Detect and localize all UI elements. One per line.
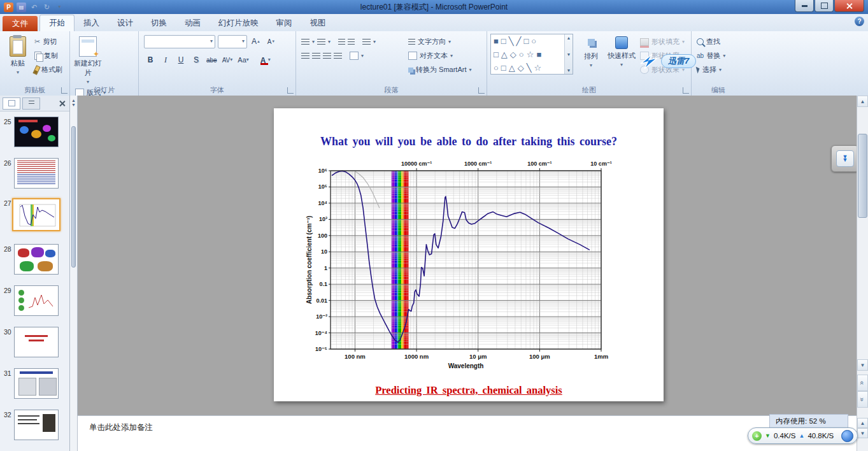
tab-review[interactable]: 审阅 [267,15,301,31]
powerpoint-app-icon[interactable]: P [4,3,13,12]
close-button[interactable] [834,0,864,12]
tab-insert[interactable]: 插入 [75,15,108,31]
shape-rect2-icon[interactable]: □ [523,36,529,46]
shapes-scroll-up-icon[interactable]: ▲ [567,36,571,40]
font-name-combo[interactable]: ▾ [144,35,215,48]
slide-title[interactable]: What you will you be able to do after ta… [274,135,664,148]
restore-button[interactable] [815,0,834,12]
dialog-launcher-clipboard[interactable] [61,87,68,94]
slide-thumbnail-32[interactable] [14,410,59,440]
undo-icon[interactable]: ↶ [29,3,39,12]
slide-thumbnail-31[interactable] [14,368,59,399]
current-slide[interactable]: What you will you be able to do after ta… [274,108,664,401]
slide-thumbnail-25[interactable] [14,117,59,147]
slide-thumbnail-27-selected[interactable] [12,198,60,231]
shape-oval2-icon[interactable]: ○ [494,63,499,73]
decrease-indent-icon[interactable] [338,39,345,45]
align-text-button[interactable]: 对齐文本▾ [406,49,481,62]
character-spacing-button[interactable]: AV▾ [221,54,234,66]
text-direction-button[interactable]: 文字方向▾ [406,35,481,48]
justify-icon[interactable] [334,53,342,59]
tab-design[interactable]: 设计 [108,15,142,31]
shape-line2-icon[interactable]: ╱ [516,36,522,46]
redo-icon[interactable]: ↻ [42,3,52,12]
thunder-download-float-button[interactable]: ▼▼ [831,145,859,172]
copy-button[interactable]: 复制 [32,49,64,62]
slide-thumbnail-26[interactable] [14,158,59,189]
shape-square-filled-icon[interactable]: ■ [536,50,541,59]
tab-view[interactable]: 视图 [301,15,335,31]
slide-thumbnail-28[interactable] [14,244,59,275]
notes-pane[interactable]: 单击此处添加备注 [78,415,857,451]
align-center-icon[interactable] [312,53,320,59]
save-icon[interactable]: ▤ [17,3,26,12]
italic-button[interactable]: I [159,54,172,66]
font-color-button[interactable]: A▾ [259,54,272,66]
dialog-launcher-font[interactable] [287,87,294,94]
tab-home[interactable]: 开始 [39,15,75,31]
align-right-icon[interactable] [323,53,331,59]
shape-diamond-icon[interactable]: ◇ [510,50,516,59]
find-button[interactable]: 查找 [695,35,727,48]
shrink-font-button[interactable]: A▼ [265,36,278,47]
shape-star-icon[interactable]: ☆ [527,50,534,59]
absorption-spectrum-chart[interactable]: 10⁶10⁵10⁴10³1001010.10.0110⁻³10⁻⁴10⁻⁵100… [302,157,618,376]
paste-button[interactable]: 粘贴 ▾ [3,34,32,85]
numbering-icon[interactable] [317,39,325,45]
shapes-scroll-down-icon[interactable]: ▼ [567,52,571,57]
grow-font-button[interactable]: A▲ [250,36,262,47]
dialog-launcher-drawing[interactable] [683,87,689,94]
shapes-more-icon[interactable]: ▼ [567,68,571,73]
help-icon[interactable]: ? [855,17,864,26]
editor-scrollbar[interactable]: ▲ ▼ « » ▲ ▼ [857,96,868,451]
shape-diamond2-icon[interactable]: ◇ [518,63,524,73]
scroll-down-button[interactable]: ▼ [857,359,868,371]
format-painter-button[interactable]: 格式刷 [32,63,64,76]
shape-rect-filled-icon[interactable]: ■ [494,36,499,46]
quick-styles-button[interactable]: 快速样式 ▾ [605,34,638,85]
align-left-icon[interactable] [301,53,309,59]
slide-thumbnail-30[interactable] [14,327,59,357]
minimize-button[interactable] [795,0,814,12]
previous-slide-button[interactable]: « [857,375,868,391]
shape-rect-icon[interactable]: □ [501,36,506,46]
shape-circle-icon[interactable]: ○ [519,50,524,59]
slide-thumbnail-29[interactable] [14,285,59,316]
slide-editor-area[interactable]: What you will you be able to do after ta… [78,96,857,415]
tab-file[interactable]: 文件 [3,16,38,31]
shape-rect3-icon[interactable]: □ [501,63,506,73]
columns-icon[interactable] [350,52,359,60]
notes-scroll-up-button[interactable]: ▲ [857,418,868,428]
shape-triangle-icon[interactable]: △ [501,50,508,59]
convert-smartart-button[interactable]: 转换为 SmartArt▾ [406,63,481,76]
tab-animations[interactable]: 动画 [176,15,210,31]
thunder-badge-label[interactable]: 迅雷7 [661,54,696,68]
change-case-button[interactable]: Aa▾ [236,54,250,66]
notes-placeholder[interactable]: 单击此处添加备注 [89,422,153,433]
strikethrough-button[interactable]: abe [205,54,218,66]
thunder-ball-icon[interactable] [841,430,853,442]
thumbnails-scrollbar[interactable]: ▲ ▼ [70,96,78,451]
cut-button[interactable]: ✂ 剪切 [32,35,64,48]
scroll-thumb[interactable] [858,134,867,218]
shape-line-icon[interactable]: ╲ [509,36,514,46]
new-slide-button[interactable]: ✦ 新建幻灯片 ▾ [73,34,103,85]
shape-fill-button[interactable]: 形状填充▾ [638,35,687,48]
increase-indent-icon[interactable] [348,39,355,45]
arrange-button[interactable]: 排列 ▾ [577,34,605,85]
shape-gallery[interactable]: ■ □ ╲ ╱ □ ○ □ △ ◇ ○ ☆ ■ ○ □ [490,34,573,75]
customize-qat-caret-icon[interactable]: ▾ [55,3,64,12]
font-size-combo[interactable]: ▾ [218,35,247,48]
text-shadow-button[interactable]: S [190,54,203,66]
underline-button[interactable]: U [174,54,187,66]
network-speed-widget[interactable]: + ▼ 0.4K/S ▲ 40.8K/S [748,427,858,444]
select-button[interactable]: 选择▾ [695,63,727,76]
thunder-overlay[interactable]: 迅雷7 [638,52,696,70]
thumb-scroll-up-icon[interactable]: ▲ [71,98,76,103]
shape-line3-icon[interactable]: ╲ [527,63,532,73]
replace-button[interactable]: ab 替换▾ [695,49,727,62]
bullets-icon[interactable] [301,39,309,45]
shape-oval-icon[interactable]: ○ [531,36,536,46]
shape-star2-icon[interactable]: ☆ [534,63,542,73]
next-slide-button[interactable]: » [857,391,868,408]
